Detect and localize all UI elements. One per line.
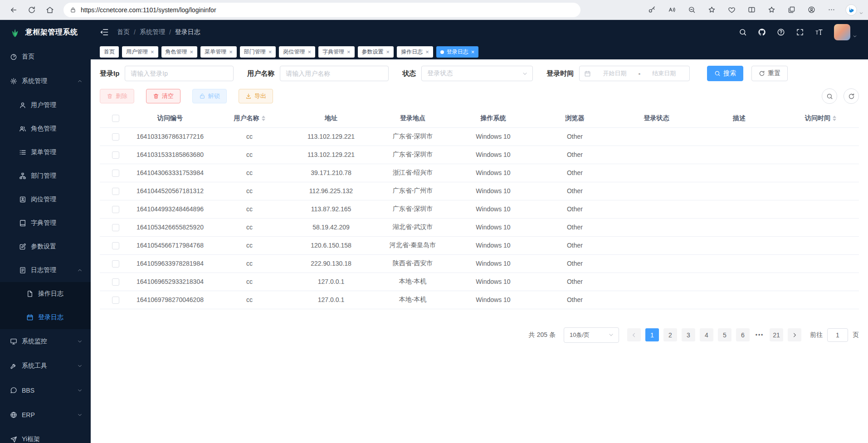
sidebar-item-bbs[interactable]: BBS [0,378,91,403]
page-button-2[interactable]: 2 [663,328,677,341]
delete-button[interactable]: 删除 [100,89,134,103]
sidebar-item-role[interactable]: 角色管理 [0,117,91,141]
page-button-5[interactable]: 5 [718,328,731,341]
close-icon[interactable]: × [386,49,390,55]
tab-字典管理[interactable]: 字典管理× [318,46,355,58]
bing-button[interactable] [842,2,861,18]
app-logo[interactable]: 意框架管理系统 [0,20,91,44]
row-checkbox[interactable] [112,188,119,195]
row-checkbox[interactable] [112,133,119,141]
page-button-1[interactable]: 1 [645,328,659,341]
github-icon[interactable] [758,28,766,36]
close-icon[interactable]: × [151,49,154,55]
close-icon[interactable]: × [229,49,233,55]
row-checkbox[interactable] [112,206,119,213]
sidebar-item-menu[interactable]: 菜单管理 [0,141,91,164]
sidebar-item-user[interactable]: 用户管理 [0,93,91,117]
header-search-icon[interactable] [739,28,747,36]
refresh-table-button[interactable] [844,88,859,104]
tab-登录日志[interactable]: 登录日志× [436,46,479,58]
zoom-button[interactable] [682,2,701,18]
row-checkbox[interactable] [112,260,119,268]
sidebar-item-tool[interactable]: 系统工具 [0,354,91,378]
search-button[interactable]: 搜索 [707,66,743,81]
sidebar-item-config[interactable]: 参数设置 [0,235,91,258]
tab-用户管理[interactable]: 用户管理× [122,46,158,58]
clear-button[interactable]: 清空 [146,89,180,103]
breadcrumb-item[interactable]: 首页 [117,28,130,36]
unlock-button[interactable]: 解锁 [192,89,227,103]
toggle-search-button[interactable] [822,88,837,104]
browser-back-button[interactable] [5,2,23,18]
font-size-icon[interactable] [815,28,823,36]
row-checkbox[interactable] [112,297,119,304]
sort-carets-icon[interactable] [833,116,836,121]
page-button-21[interactable]: 21 [770,328,783,341]
fullscreen-icon[interactable] [796,28,804,36]
row-checkbox[interactable] [112,170,119,177]
breadcrumb-item[interactable]: 系统管理 [140,28,165,36]
collections-button[interactable] [782,2,801,18]
next-page-button[interactable] [788,328,801,341]
reset-button[interactable]: 重置 [751,66,788,81]
menu-fold-icon[interactable] [100,28,109,37]
sidebar-item-logininfor[interactable]: 登录日志 [0,306,91,329]
sidebar-item-operlog[interactable]: 操作日志 [0,282,91,306]
page-button-6[interactable]: 6 [736,328,750,341]
login-time-range-picker[interactable]: 开始日期 - 结束日期 [579,66,690,81]
split-screen-button[interactable] [742,2,761,18]
read-aloud-button[interactable] [662,2,681,18]
status-select[interactable]: 登录状态 [421,66,533,81]
sidebar-item-post[interactable]: 岗位管理 [0,188,91,211]
row-checkbox[interactable] [112,278,119,286]
sidebar-item-erp[interactable]: ERP [0,403,91,427]
username-filter-input[interactable] [280,66,389,81]
close-icon[interactable]: × [268,49,272,55]
close-icon[interactable]: × [425,49,429,55]
help-icon[interactable] [777,28,785,36]
page-button-3[interactable]: 3 [682,328,695,341]
row-checkbox[interactable] [112,151,119,159]
sidebar-item-home[interactable]: 首页 [0,44,91,69]
sidebar-item-log[interactable]: 日志管理 [0,258,91,282]
close-icon[interactable]: × [190,49,194,55]
export-button[interactable]: 导出 [239,89,273,103]
browser-home-button[interactable] [41,2,59,18]
tab-参数设置[interactable]: 参数设置× [358,46,394,58]
browser-refresh-button[interactable] [23,2,41,18]
settings-more-button[interactable] [822,2,841,18]
goto-page-input[interactable] [827,328,848,342]
close-icon[interactable]: × [471,49,475,55]
select-all-checkbox[interactable] [112,115,119,122]
user-menu[interactable] [834,24,857,40]
page-button-4[interactable]: 4 [700,328,713,341]
password-key-button[interactable] [642,2,661,18]
sidebar-item-dept[interactable]: 部门管理 [0,164,91,188]
prev-page-button[interactable] [627,328,641,341]
favorites-button[interactable] [762,2,781,18]
column-header-访问时间[interactable]: 访问时间 [782,109,859,127]
page-size-select[interactable]: 10条/页 [564,327,619,343]
more-pages-icon[interactable]: ••• [753,332,766,338]
browser-address-bar[interactable]: https://ccnetcore.com:1101/system/log/lo… [63,3,580,17]
sort-carets-icon[interactable] [262,116,265,121]
sidebar-item-dict[interactable]: 字典管理 [0,211,91,235]
tab-操作日志[interactable]: 操作日志× [397,46,433,58]
tab-角色管理[interactable]: 角色管理× [161,46,198,58]
tab-部门管理[interactable]: 部门管理× [240,46,276,58]
tab-菜单管理[interactable]: 菜单管理× [200,46,237,58]
favorites-add-button[interactable] [702,2,721,18]
sidebar-item-system[interactable]: 系统管理 [0,69,91,93]
close-icon[interactable]: × [307,49,311,55]
browser-essentials-button[interactable] [722,2,741,18]
ip-filter-input[interactable] [125,66,234,81]
tab-岗位管理[interactable]: 岗位管理× [279,46,315,58]
row-checkbox[interactable] [112,224,119,231]
sidebar-item-yi[interactable]: Yi框架 [0,427,91,443]
column-header-用户名称[interactable]: 用户名称 [209,109,290,127]
tab-首页[interactable]: 首页 [100,46,119,58]
sidebar-item-monitor[interactable]: 系统监控 [0,329,91,354]
browser-profile-button[interactable] [802,2,821,18]
close-icon[interactable]: × [347,49,351,55]
row-checkbox[interactable] [112,242,119,249]
